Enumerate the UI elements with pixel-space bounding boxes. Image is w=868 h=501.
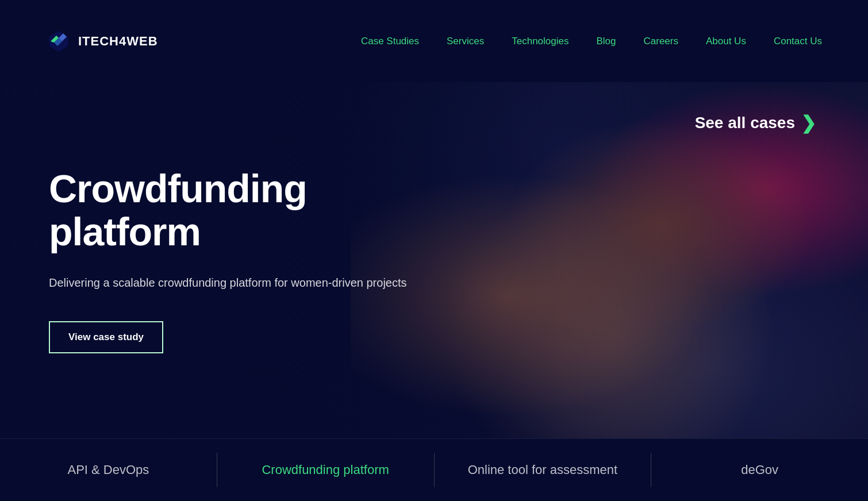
nav-item-case-studies[interactable]: Case Studies — [361, 36, 419, 47]
view-case-study-button[interactable]: View case study — [49, 321, 163, 353]
nav-item-about-us[interactable]: About Us — [706, 36, 746, 47]
logo-icon — [46, 29, 71, 54]
nav-item-contact-us[interactable]: Contact Us — [774, 36, 822, 47]
hero-content: Crowdfunding platform Delivering a scala… — [0, 167, 489, 353]
bottom-nav-item-assessment[interactable]: Online tool for assessment — [435, 439, 651, 501]
hero-section: See all cases ❯ Crowdfunding platform De… — [0, 82, 868, 438]
main-nav: Case Studies Services Technologies Blog … — [361, 36, 822, 47]
bottom-nav-item-degov[interactable]: deGov — [651, 439, 868, 501]
see-all-cases-link[interactable]: See all cases ❯ — [695, 114, 816, 132]
logo[interactable]: ITECH4WEB — [46, 29, 158, 54]
nav-item-blog[interactable]: Blog — [596, 36, 616, 47]
see-all-cases-label: See all cases — [695, 114, 795, 132]
hero-subtitle: Delivering a scalable crowdfunding platf… — [49, 274, 440, 291]
header: ITECH4WEB Case Studies Services Technolo… — [0, 0, 868, 82]
nav-item-careers[interactable]: Careers — [644, 36, 678, 47]
nav-item-services[interactable]: Services — [447, 36, 484, 47]
bottom-nav-item-crowdfunding[interactable]: Crowdfunding platform — [217, 439, 434, 501]
hero-title: Crowdfunding platform — [49, 167, 440, 253]
case-nav-bar: API & DevOps Crowdfunding platform Onlin… — [0, 438, 868, 501]
logo-text: ITECH4WEB — [78, 34, 158, 49]
chevron-right-icon: ❯ — [801, 114, 816, 132]
nav-item-technologies[interactable]: Technologies — [512, 36, 569, 47]
bottom-nav-item-api-devops[interactable]: API & DevOps — [0, 439, 217, 501]
